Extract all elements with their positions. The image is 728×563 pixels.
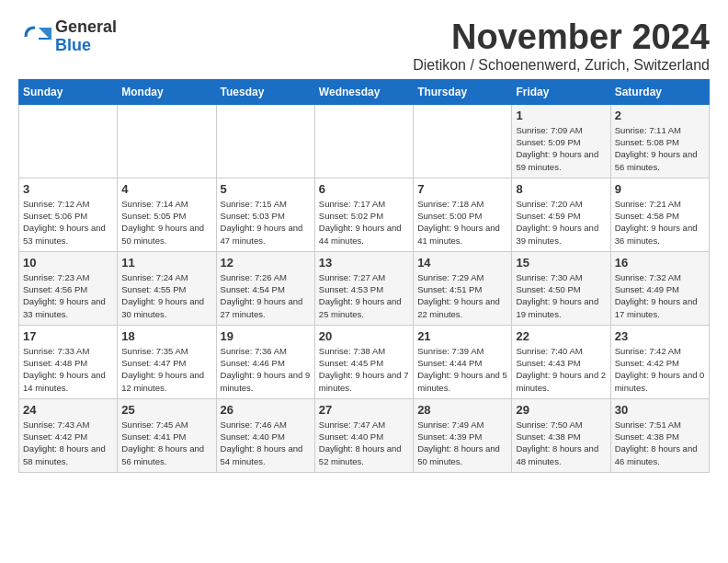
- day-number: 9: [615, 182, 705, 196]
- week-row-4: 17Sunrise: 7:33 AM Sunset: 4:48 PM Dayli…: [19, 325, 710, 398]
- calendar-cell: 18Sunrise: 7:35 AM Sunset: 4:47 PM Dayli…: [118, 325, 216, 398]
- calendar-cell: 15Sunrise: 7:30 AM Sunset: 4:50 PM Dayli…: [512, 251, 610, 325]
- logo-text: General Blue: [55, 18, 117, 55]
- day-number: 24: [23, 403, 113, 417]
- calendar-cell: [216, 104, 314, 178]
- logo: General Blue: [18, 18, 117, 55]
- calendar-cell: 6Sunrise: 7:17 AM Sunset: 5:02 PM Daylig…: [314, 178, 413, 251]
- day-number: 19: [221, 329, 311, 343]
- header-friday: Friday: [512, 79, 610, 104]
- day-info: Sunrise: 7:18 AM Sunset: 5:00 PM Dayligh…: [417, 198, 507, 247]
- day-number: 27: [319, 403, 409, 417]
- day-info: Sunrise: 7:46 AM Sunset: 4:40 PM Dayligh…: [221, 419, 311, 467]
- day-number: 25: [121, 403, 211, 417]
- day-info: Sunrise: 7:36 AM Sunset: 4:46 PM Dayligh…: [221, 345, 311, 394]
- day-info: Sunrise: 7:09 AM Sunset: 5:09 PM Dayligh…: [516, 124, 606, 173]
- calendar-body: 1Sunrise: 7:09 AM Sunset: 5:09 PM Daylig…: [19, 104, 710, 472]
- day-number: 28: [417, 403, 507, 417]
- day-info: Sunrise: 7:42 AM Sunset: 4:42 PM Dayligh…: [615, 345, 705, 394]
- calendar-cell: [118, 104, 216, 178]
- day-number: 22: [516, 329, 606, 343]
- month-title: November 2024: [413, 18, 710, 57]
- calendar-cell: 16Sunrise: 7:32 AM Sunset: 4:49 PM Dayli…: [610, 251, 709, 325]
- day-number: 13: [319, 256, 409, 270]
- calendar-cell: 2Sunrise: 7:11 AM Sunset: 5:08 PM Daylig…: [610, 104, 709, 178]
- calendar-cell: [414, 104, 512, 178]
- calendar-table: SundayMondayTuesdayWednesdayThursdayFrid…: [18, 79, 710, 473]
- day-info: Sunrise: 7:29 AM Sunset: 4:51 PM Dayligh…: [417, 271, 507, 320]
- week-row-5: 24Sunrise: 7:43 AM Sunset: 4:42 PM Dayli…: [19, 398, 710, 472]
- calendar-cell: 28Sunrise: 7:49 AM Sunset: 4:39 PM Dayli…: [414, 398, 512, 472]
- header-tuesday: Tuesday: [216, 79, 314, 104]
- logo-icon: [18, 20, 51, 53]
- day-number: 15: [516, 256, 606, 270]
- header-saturday: Saturday: [610, 79, 709, 104]
- calendar-cell: 14Sunrise: 7:29 AM Sunset: 4:51 PM Dayli…: [414, 251, 512, 325]
- calendar-cell: 5Sunrise: 7:15 AM Sunset: 5:03 PM Daylig…: [216, 178, 314, 251]
- day-number: 2: [615, 109, 705, 122]
- day-number: 11: [121, 256, 211, 270]
- calendar-cell: 20Sunrise: 7:38 AM Sunset: 4:45 PM Dayli…: [314, 325, 413, 398]
- day-number: 12: [221, 256, 311, 270]
- calendar-cell: [314, 104, 413, 178]
- calendar-cell: 22Sunrise: 7:40 AM Sunset: 4:43 PM Dayli…: [512, 325, 610, 398]
- day-info: Sunrise: 7:40 AM Sunset: 4:43 PM Dayligh…: [516, 345, 606, 394]
- page-header: General Blue November 2024 Dietikon / Sc…: [18, 18, 710, 74]
- day-info: Sunrise: 7:39 AM Sunset: 4:44 PM Dayligh…: [417, 345, 507, 394]
- day-number: 20: [319, 329, 409, 343]
- location-title: Dietikon / Schoenenwerd, Zurich, Switzer…: [413, 57, 710, 74]
- day-info: Sunrise: 7:35 AM Sunset: 4:47 PM Dayligh…: [121, 345, 211, 394]
- week-row-2: 3Sunrise: 7:12 AM Sunset: 5:06 PM Daylig…: [19, 178, 710, 251]
- day-info: Sunrise: 7:45 AM Sunset: 4:41 PM Dayligh…: [121, 419, 211, 467]
- calendar-cell: 19Sunrise: 7:36 AM Sunset: 4:46 PM Dayli…: [216, 325, 314, 398]
- day-info: Sunrise: 7:23 AM Sunset: 4:56 PM Dayligh…: [23, 271, 113, 320]
- day-info: Sunrise: 7:14 AM Sunset: 5:05 PM Dayligh…: [121, 198, 211, 247]
- title-area: November 2024 Dietikon / Schoenenwerd, Z…: [413, 18, 710, 74]
- day-info: Sunrise: 7:11 AM Sunset: 5:08 PM Dayligh…: [615, 124, 705, 173]
- calendar-cell: 9Sunrise: 7:21 AM Sunset: 4:58 PM Daylig…: [610, 178, 709, 251]
- day-info: Sunrise: 7:51 AM Sunset: 4:38 PM Dayligh…: [615, 419, 705, 467]
- day-info: Sunrise: 7:12 AM Sunset: 5:06 PM Dayligh…: [23, 198, 113, 247]
- day-number: 4: [121, 182, 211, 196]
- day-number: 3: [23, 182, 113, 196]
- day-info: Sunrise: 7:49 AM Sunset: 4:39 PM Dayligh…: [417, 419, 507, 467]
- day-info: Sunrise: 7:21 AM Sunset: 4:58 PM Dayligh…: [615, 198, 705, 247]
- calendar-header-row: SundayMondayTuesdayWednesdayThursdayFrid…: [19, 79, 710, 104]
- day-number: 21: [417, 329, 507, 343]
- day-info: Sunrise: 7:24 AM Sunset: 4:55 PM Dayligh…: [121, 271, 211, 320]
- day-number: 5: [221, 182, 311, 196]
- day-number: 30: [615, 403, 705, 417]
- day-number: 16: [615, 256, 705, 270]
- calendar-cell: [19, 104, 118, 178]
- day-info: Sunrise: 7:20 AM Sunset: 4:59 PM Dayligh…: [516, 198, 606, 247]
- day-info: Sunrise: 7:15 AM Sunset: 5:03 PM Dayligh…: [221, 198, 311, 247]
- header-thursday: Thursday: [414, 79, 512, 104]
- week-row-3: 10Sunrise: 7:23 AM Sunset: 4:56 PM Dayli…: [19, 251, 710, 325]
- logo-blue: Blue: [55, 37, 117, 55]
- day-number: 29: [516, 403, 606, 417]
- day-info: Sunrise: 7:17 AM Sunset: 5:02 PM Dayligh…: [319, 198, 409, 247]
- header-wednesday: Wednesday: [314, 79, 413, 104]
- day-info: Sunrise: 7:30 AM Sunset: 4:50 PM Dayligh…: [516, 271, 606, 320]
- logo-general: General: [55, 18, 117, 37]
- day-info: Sunrise: 7:43 AM Sunset: 4:42 PM Dayligh…: [23, 419, 113, 467]
- day-info: Sunrise: 7:50 AM Sunset: 4:38 PM Dayligh…: [516, 419, 606, 467]
- calendar-cell: 3Sunrise: 7:12 AM Sunset: 5:06 PM Daylig…: [19, 178, 118, 251]
- day-number: 17: [23, 329, 113, 343]
- calendar-cell: 11Sunrise: 7:24 AM Sunset: 4:55 PM Dayli…: [118, 251, 216, 325]
- calendar-cell: 25Sunrise: 7:45 AM Sunset: 4:41 PM Dayli…: [118, 398, 216, 472]
- calendar-cell: 21Sunrise: 7:39 AM Sunset: 4:44 PM Dayli…: [414, 325, 512, 398]
- header-sunday: Sunday: [19, 79, 118, 104]
- day-number: 10: [23, 256, 113, 270]
- calendar-cell: 8Sunrise: 7:20 AM Sunset: 4:59 PM Daylig…: [512, 178, 610, 251]
- day-number: 14: [417, 256, 507, 270]
- calendar-cell: 30Sunrise: 7:51 AM Sunset: 4:38 PM Dayli…: [610, 398, 709, 472]
- day-info: Sunrise: 7:32 AM Sunset: 4:49 PM Dayligh…: [615, 271, 705, 320]
- day-number: 8: [516, 182, 606, 196]
- calendar-cell: 24Sunrise: 7:43 AM Sunset: 4:42 PM Dayli…: [19, 398, 118, 472]
- calendar-cell: 23Sunrise: 7:42 AM Sunset: 4:42 PM Dayli…: [610, 325, 709, 398]
- calendar-cell: 10Sunrise: 7:23 AM Sunset: 4:56 PM Dayli…: [19, 251, 118, 325]
- calendar-cell: 1Sunrise: 7:09 AM Sunset: 5:09 PM Daylig…: [512, 104, 610, 178]
- calendar-cell: 17Sunrise: 7:33 AM Sunset: 4:48 PM Dayli…: [19, 325, 118, 398]
- day-info: Sunrise: 7:47 AM Sunset: 4:40 PM Dayligh…: [319, 419, 409, 467]
